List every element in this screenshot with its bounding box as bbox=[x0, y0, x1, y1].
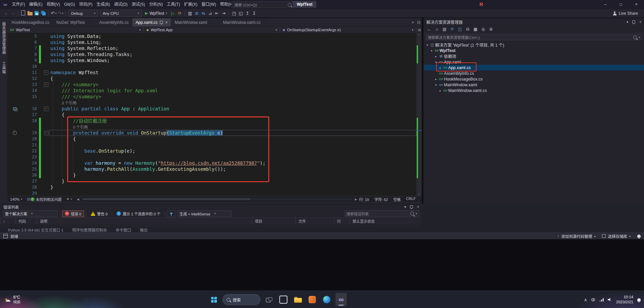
switch-views-icon[interactable]: ▤ bbox=[441, 27, 448, 32]
column-header-代码[interactable]: 代码 bbox=[15, 218, 37, 224]
hscroll-right-icon[interactable]: ▶ bbox=[355, 198, 357, 201]
split-editor-icon[interactable]: ⊞ bbox=[418, 27, 421, 33]
breadcrumb-type-dropdown[interactable]: ◆ WpfTest.App ▾ bbox=[144, 27, 280, 33]
fold-toggle-icon[interactable]: − bbox=[44, 83, 48, 87]
fold-toggle-icon[interactable]: − bbox=[44, 70, 48, 75]
tree-item-WpfTest[interactable]: ▾C#WpfTest bbox=[424, 48, 644, 53]
home-icon[interactable]: ⌂ bbox=[433, 27, 440, 32]
menu-item-文件F[interactable]: 文件(F) bbox=[10, 0, 27, 9]
network-icon[interactable] bbox=[599, 298, 604, 302]
minimize-button[interactable]: ─ bbox=[598, 0, 613, 9]
quick-search-input[interactable]: 搜索 (Ctrl+Q) bbox=[232, 1, 294, 8]
navigate-back-icon[interactable]: ← bbox=[3, 10, 9, 17]
properties-icon[interactable]: ◎ bbox=[480, 27, 487, 32]
taskbar-search[interactable]: 搜索 bbox=[223, 294, 260, 305]
hscroll-left-icon[interactable]: ◀ bbox=[77, 198, 79, 201]
live-share-button[interactable]: Live Share bbox=[613, 9, 638, 18]
back-icon[interactable]: ← bbox=[426, 27, 432, 32]
menu-item-测试S[interactable]: 测试(S) bbox=[130, 0, 147, 9]
breadcrumb-project-dropdown[interactable]: C# WpfTest ▾ bbox=[7, 27, 144, 33]
hot-reload-icon[interactable]: ⟳ bbox=[177, 10, 183, 17]
close-icon[interactable]: × bbox=[165, 20, 168, 25]
column-header-severity[interactable]: ↕ bbox=[0, 218, 15, 224]
bookmark-toggle-icon[interactable]: ◳ bbox=[231, 10, 237, 17]
r-extension-icon[interactable]: R bbox=[479, 1, 483, 7]
tab-options-icon[interactable]: ⊟ bbox=[417, 20, 420, 25]
doc-tab-App.xaml.cs[interactable]: App.xaml.cs× bbox=[132, 18, 171, 27]
horizontal-scrollbar[interactable] bbox=[82, 198, 352, 200]
fold-toggle-icon[interactable]: − bbox=[44, 107, 48, 111]
column-header-项目[interactable]: 项目 bbox=[252, 218, 295, 224]
doc-tab-NuGet-WpfTest[interactable]: NuGet: WpfTest bbox=[53, 18, 89, 27]
chevron-down-icon[interactable]: ▾ bbox=[627, 20, 628, 24]
editor-tool-3-icon[interactable]: ⇆ bbox=[200, 10, 206, 17]
error-scope-dropdown[interactable]: 整个解决方案 ▾ bbox=[3, 210, 58, 217]
menu-item-调试D[interactable]: 调试(D) bbox=[112, 0, 130, 9]
editor-tool-1-icon[interactable]: ▥ bbox=[187, 10, 193, 17]
tree-item--[interactable]: ▸⊞依赖项 bbox=[424, 53, 644, 59]
menu-item-编辑E[interactable]: 编辑(E) bbox=[27, 0, 45, 9]
redo-icon[interactable]: ↷▾ bbox=[57, 10, 63, 17]
chevron-down-icon[interactable]: ▾ bbox=[404, 205, 406, 209]
preview-selected-icon[interactable]: ≣ bbox=[488, 27, 494, 32]
save-icon[interactable] bbox=[34, 9, 40, 17]
tree-item-MainWindow.xaml[interactable]: ▾<>MainWindow.xaml bbox=[424, 82, 644, 88]
notification-center-bell-icon[interactable] bbox=[637, 298, 641, 301]
column-header-禁止显示状态[interactable]: 禁止显示状态 bbox=[350, 218, 422, 224]
start-debugging-button[interactable]: ▶ WpfTest ▾ bbox=[143, 11, 170, 16]
codelens-references-link[interactable]: 3 个引用 bbox=[50, 100, 77, 106]
expander-icon[interactable]: ▾ bbox=[425, 43, 429, 47]
doc-tab-HookMessageBox.cs[interactable]: HookMessageBox.cs bbox=[8, 18, 53, 27]
bottom-tab--[interactable]: 输出 bbox=[136, 227, 151, 233]
messages-filter-button[interactable]: i 展示 1 个消息中的 0 个 bbox=[114, 211, 163, 217]
collapse-all-icon[interactable]: ⊟ bbox=[464, 27, 471, 32]
pin-icon[interactable] bbox=[160, 21, 163, 24]
solution-configuration-dropdown[interactable]: Debug ▾ bbox=[68, 10, 98, 17]
editor-tool-4-icon[interactable]: ⊿ bbox=[207, 10, 213, 17]
task-view-button[interactable] bbox=[263, 293, 275, 306]
editor-vertical-scrollbar[interactable]: ▴ ▾ bbox=[416, 33, 422, 196]
orange-app-button[interactable] bbox=[307, 293, 318, 306]
scrollbar-down-icon[interactable]: ▾ bbox=[416, 193, 422, 196]
menu-item-GitG[interactable]: Git(G) bbox=[62, 0, 77, 9]
editor-tool-5-icon[interactable]: ⇤ bbox=[214, 10, 220, 17]
menu-item-项目P[interactable]: 项目(P) bbox=[77, 0, 94, 9]
menu-item-扩展X[interactable]: 扩展(X) bbox=[182, 0, 199, 9]
tree-item-MainWindow.xaml.cs[interactable]: ▸C#MainWindow.xaml.cs bbox=[424, 88, 644, 93]
side-tab-服务器资源管理器[interactable]: 服务器资源管理器 bbox=[1, 22, 6, 54]
expander-icon[interactable]: ▾ bbox=[429, 49, 434, 52]
scrollbar-up-icon[interactable]: ▴ bbox=[416, 33, 422, 36]
warnings-filter-button[interactable]: 警告 0 bbox=[88, 211, 110, 217]
close-icon[interactable]: × bbox=[639, 20, 641, 24]
tray-expand-icon[interactable]: ∧ bbox=[584, 297, 587, 302]
navigate-forward-icon[interactable]: → bbox=[10, 10, 16, 17]
expander-icon[interactable]: ▸ bbox=[434, 55, 438, 58]
bottom-tab--[interactable]: 命令窗口 bbox=[112, 227, 134, 233]
select-repository-button[interactable]: 选择存储库 ▴ bbox=[602, 234, 631, 239]
clock[interactable]: 10:14 2023/2/21 bbox=[616, 295, 633, 305]
column-header-行[interactable]: 行 bbox=[334, 218, 350, 224]
side-tab-工具箱[interactable]: 工具箱 bbox=[1, 62, 6, 74]
solution-explorer-search-input[interactable]: 搜索解决方案资源管理器(Ctrl+;) ▾ bbox=[426, 34, 642, 40]
notifications-bell-icon[interactable] bbox=[637, 235, 641, 238]
start-button[interactable] bbox=[208, 293, 220, 306]
solution-platform-dropdown[interactable]: Any CPU ▾ bbox=[100, 10, 142, 17]
bottom-tab-Python-3-9-64-bit-1[interactable]: Python 3.9 (64-bit) 交互式窗口 1 bbox=[5, 227, 67, 233]
hscroll-thumb[interactable] bbox=[83, 198, 250, 200]
error-source-dropdown[interactable]: 生成 + IntelliSense ▾ bbox=[177, 210, 232, 217]
bottom-tab--[interactable]: 程序包管理器控制台 bbox=[69, 227, 110, 233]
pin-icon[interactable] bbox=[410, 205, 413, 208]
menu-item-生成B[interactable]: 生成(B) bbox=[94, 0, 112, 9]
fold-toggle-icon[interactable]: − bbox=[44, 131, 48, 135]
line-ending-indicator[interactable]: CRLF bbox=[406, 197, 416, 202]
refresh-icon[interactable]: ⟳ bbox=[449, 27, 456, 32]
tree-item--WpfTest-1-1-[interactable]: ▾◫解决方案 'WpfTest' (1 个项目, 共 1 个) bbox=[424, 42, 644, 48]
app-window-button[interactable] bbox=[278, 293, 289, 306]
bookmark-prev-icon[interactable]: ↥ bbox=[244, 10, 250, 17]
editor-tool-2-icon[interactable]: ≣ bbox=[194, 10, 200, 17]
visual-studio-button[interactable]: ∞ bbox=[335, 293, 347, 306]
bookmark-all-icon[interactable]: ◱ bbox=[238, 10, 244, 17]
start-without-debugging-icon[interactable]: ▷ bbox=[170, 10, 176, 17]
menu-item-分析N[interactable]: 分析(N) bbox=[147, 0, 165, 9]
new-file-icon[interactable] bbox=[20, 9, 26, 16]
